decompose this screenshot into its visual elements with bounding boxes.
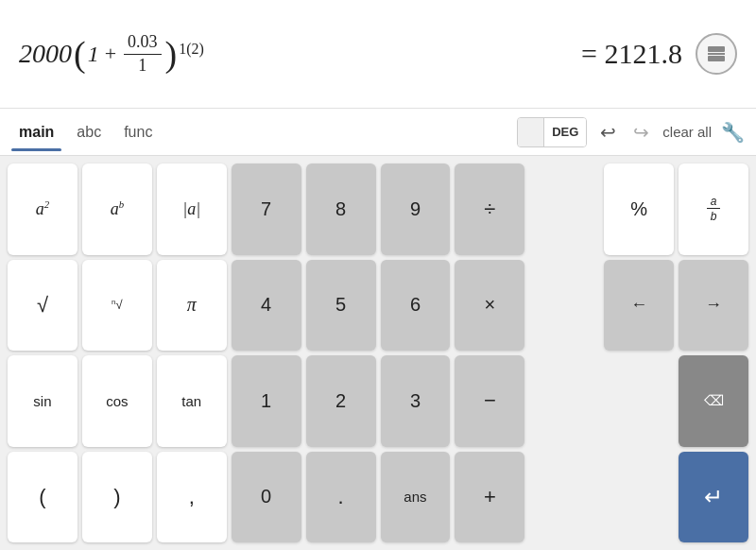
- formula-fraction: 0.03 1: [124, 31, 162, 77]
- fraction-icon: [708, 46, 725, 61]
- tab-func[interactable]: func: [116, 114, 160, 150]
- key-fraction[interactable]: a b: [679, 163, 748, 255]
- key-paren-open[interactable]: (: [8, 452, 77, 543]
- key-5[interactable]: 5: [306, 260, 376, 352]
- key-2[interactable]: 2: [306, 355, 376, 447]
- key-divide[interactable]: ÷: [455, 163, 524, 255]
- key-paren-close[interactable]: ): [82, 452, 152, 543]
- fraction-denominator: 1: [134, 55, 150, 77]
- key-a-power-b[interactable]: ab: [82, 163, 152, 255]
- angle-deg-label[interactable]: DEG: [544, 118, 586, 146]
- key-6[interactable]: 6: [381, 260, 451, 352]
- key-minus[interactable]: −: [455, 355, 524, 447]
- key-right-arrow[interactable]: →: [679, 260, 748, 352]
- formula-exponent: 1(2): [179, 41, 204, 58]
- key-enter[interactable]: ↵: [679, 452, 748, 543]
- key-sin[interactable]: sin: [8, 355, 77, 447]
- result-value: = 2121.8: [581, 38, 682, 70]
- keyboard-area: main abc func DEG ↩ ↪ clear all 🔧 a2 ab …: [0, 109, 756, 550]
- key-comma[interactable]: ,: [157, 452, 227, 543]
- fraction-numerator: 0.03: [124, 31, 162, 54]
- key-sqrt[interactable]: √: [8, 260, 77, 352]
- display-area: 2000 ( 1 + 0.03 1 ) 1(2) = 2121.8: [0, 0, 756, 109]
- key-8[interactable]: 8: [306, 163, 376, 255]
- key-pi[interactable]: π: [157, 260, 227, 352]
- key-grid: a2 ab |a| 7 8 9 ÷ % a b √ n√ π 4 5 6 × ←: [0, 156, 756, 550]
- tabs-right-controls: DEG ↩ ↪ clear all 🔧: [517, 117, 745, 147]
- undo-button[interactable]: ↩: [596, 117, 620, 147]
- key-0[interactable]: 0: [232, 452, 301, 543]
- key-nth-root[interactable]: n√: [82, 260, 152, 352]
- key-4[interactable]: 4: [232, 260, 301, 352]
- key-abs-a[interactable]: |a|: [157, 163, 227, 255]
- settings-wrench-icon[interactable]: 🔧: [721, 121, 745, 144]
- formula-plus: +: [105, 42, 116, 66]
- formula-paren-open: (: [74, 36, 86, 72]
- key-left-arrow[interactable]: ←: [604, 260, 674, 352]
- redo-button[interactable]: ↪: [629, 117, 653, 147]
- key-1[interactable]: 1: [232, 355, 301, 447]
- key-tan[interactable]: tan: [157, 355, 227, 447]
- key-delete[interactable]: ⌫: [679, 355, 748, 447]
- formula-one: 1: [88, 42, 99, 67]
- key-ans[interactable]: ans: [381, 452, 451, 543]
- tabs-bar: main abc func DEG ↩ ↪ clear all 🔧: [0, 109, 756, 156]
- angle-toggle[interactable]: DEG: [517, 117, 587, 147]
- key-multiply[interactable]: ×: [455, 260, 524, 352]
- tab-abc[interactable]: abc: [69, 114, 109, 150]
- key-a-squared[interactable]: a2: [8, 163, 77, 255]
- key-3[interactable]: 3: [381, 355, 451, 447]
- key-dot[interactable]: .: [306, 452, 376, 543]
- key-9[interactable]: 9: [381, 163, 451, 255]
- tab-main[interactable]: main: [11, 114, 61, 150]
- key-percent[interactable]: %: [604, 163, 674, 255]
- formula-coefficient: 2000: [19, 39, 72, 69]
- fraction-toggle-button[interactable]: [696, 33, 737, 75]
- formula-expression: 2000 ( 1 + 0.03 1 ) 1(2): [19, 31, 204, 77]
- angle-toggle-left[interactable]: [518, 118, 544, 146]
- formula-paren-close: ): [165, 36, 178, 72]
- key-7[interactable]: 7: [232, 163, 301, 255]
- key-cos[interactable]: cos: [82, 355, 152, 447]
- formula-result: = 2121.8: [581, 33, 737, 75]
- clear-all-button[interactable]: clear all: [662, 124, 712, 140]
- key-plus[interactable]: +: [455, 452, 524, 543]
